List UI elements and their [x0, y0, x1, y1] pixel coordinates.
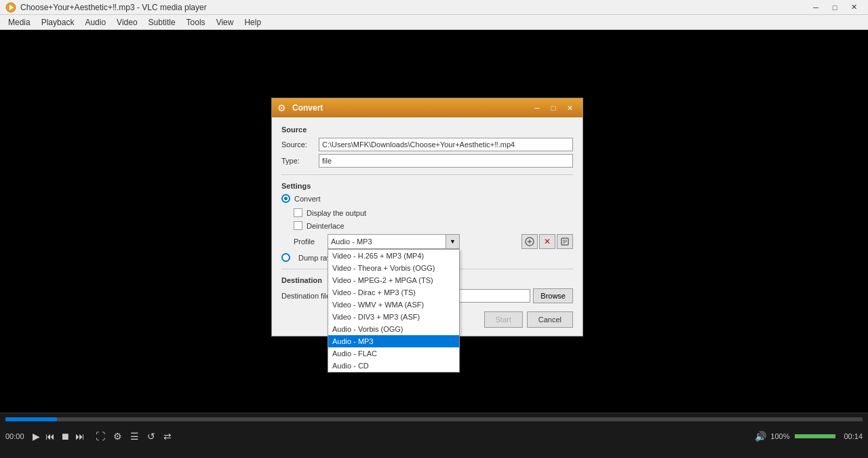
- dropdown-item-6[interactable]: Audio - Vorbis (OGG): [328, 323, 459, 335]
- controls-right: 🔊 100% 00:14: [755, 431, 863, 442]
- dropdown-item-3[interactable]: Video - Dirac + MP3 (TS): [328, 286, 459, 299]
- type-row: Type:: [281, 154, 573, 168]
- profile-label: Profile: [294, 237, 328, 246]
- dropdown-item-2[interactable]: Video - MPEG-2 + MPGA (TS): [328, 274, 459, 286]
- dialog-minimize-button[interactable]: ─: [530, 102, 545, 114]
- type-label: Type:: [281, 157, 319, 165]
- playback-bar: 00:00 ▶ ⏮ ⏹ ⏭ ⛶ ⚙ ☰ ↺ ⇄ 🔊 100% 00:14: [0, 413, 868, 458]
- convert-radio-row: Convert: [281, 194, 573, 203]
- dump-radio[interactable]: [281, 253, 290, 262]
- dialog-icon: ⚙: [277, 102, 288, 113]
- dialog-close-button[interactable]: ✕: [562, 102, 577, 114]
- next-button[interactable]: ⏭: [73, 430, 87, 443]
- prev-button[interactable]: ⏮: [43, 430, 58, 443]
- dialog-maximize-button[interactable]: □: [546, 102, 561, 114]
- menu-audio[interactable]: Audio: [79, 16, 111, 28]
- convert-dialog: ⚙ Convert ─ □ ✕ Source Source: Type:: [271, 98, 583, 337]
- close-button[interactable]: ✕: [845, 1, 863, 14]
- start-button[interactable]: Start: [484, 311, 523, 328]
- time-total: 00:14: [844, 432, 863, 440]
- profile-row: Profile Audio - MP3 ▼ Video - H.265 + MP…: [294, 234, 573, 249]
- menu-tools[interactable]: Tools: [181, 16, 211, 28]
- source-row: Source:: [281, 138, 573, 151]
- volume-fill: [795, 434, 835, 438]
- dropdown-item-7[interactable]: Audio - MP3: [328, 335, 459, 347]
- profile-selected-value: Audio - MP3: [331, 237, 372, 246]
- cancel-button[interactable]: Cancel: [527, 311, 573, 328]
- delete-profile-button[interactable]: ✕: [539, 234, 555, 249]
- dropdown-arrow-icon[interactable]: ▼: [446, 234, 460, 249]
- profile-dropdown-wrapper: Audio - MP3 ▼ Video - H.265 + MP3 (MP4) …: [328, 234, 519, 249]
- dropdown-item-8[interactable]: Audio - FLAC: [328, 347, 459, 360]
- convert-radio[interactable]: [281, 194, 290, 203]
- loop-button[interactable]: ↺: [144, 430, 158, 443]
- controls-row: 00:00 ▶ ⏮ ⏹ ⏭ ⛶ ⚙ ☰ ↺ ⇄ 🔊 100% 00:14: [0, 424, 868, 449]
- extra-controls: ⛶ ⚙ ☰ ↺ ⇄: [93, 430, 174, 443]
- window-title: Choose+Your+Aesthetic+‼.mp3 - VLC media …: [20, 3, 807, 12]
- deinterlace-label: Deinterlace: [307, 222, 344, 230]
- deinterlace-row: Deinterlace: [294, 221, 573, 230]
- main-area: ⚙ Convert ─ □ ✕ Source Source: Type:: [0, 30, 868, 427]
- dialog-title: Convert: [292, 103, 528, 113]
- app-icon: [5, 2, 16, 13]
- display-output-label: Display the output: [307, 209, 366, 217]
- source-label: Source:: [281, 140, 319, 149]
- dropdown-item-5[interactable]: Video - DIV3 + MP3 (ASF): [328, 311, 459, 323]
- create-profile-button[interactable]: [557, 234, 573, 249]
- dialog-titlebar: ⚙ Convert ─ □ ✕: [272, 98, 583, 117]
- menu-help[interactable]: Help: [239, 16, 267, 28]
- dropdown-item-4[interactable]: Video - WMV + WMA (ASF): [328, 299, 459, 311]
- time-elapsed: 00:00: [5, 432, 24, 440]
- seek-bar[interactable]: [5, 417, 863, 421]
- deinterlace-checkbox[interactable]: [294, 221, 302, 230]
- profile-actions: ✕: [521, 234, 573, 249]
- dialog-overlay: ⚙ Convert ─ □ ✕ Source Source: Type:: [0, 30, 868, 427]
- volume-icon: 🔊: [755, 431, 766, 442]
- minimize-button[interactable]: ─: [807, 1, 825, 14]
- profile-dropdown-list: Video - H.265 + MP3 (MP4) Video - Theora…: [328, 249, 460, 373]
- dropdown-item-0[interactable]: Video - H.265 + MP3 (MP4): [328, 250, 459, 262]
- seek-fill: [5, 417, 57, 421]
- play-button[interactable]: ▶: [30, 430, 43, 443]
- maximize-button[interactable]: □: [826, 1, 844, 14]
- dropdown-item-9[interactable]: Audio - CD: [328, 360, 459, 372]
- menu-playback[interactable]: Playback: [36, 16, 80, 28]
- edit-profile-button[interactable]: [521, 234, 538, 249]
- titlebar: Choose+Your+Aesthetic+‼.mp3 - VLC media …: [0, 0, 868, 15]
- source-input[interactable]: [319, 138, 573, 151]
- playlist-button[interactable]: ☰: [127, 430, 142, 443]
- menu-subtitle[interactable]: Subtitle: [143, 16, 181, 28]
- extended-settings-button[interactable]: ⚙: [111, 430, 125, 443]
- menu-media[interactable]: Media: [3, 16, 36, 28]
- window-controls: ─ □ ✕: [807, 1, 863, 14]
- browse-button[interactable]: Browse: [533, 288, 573, 303]
- menu-view[interactable]: View: [211, 16, 239, 28]
- random-button[interactable]: ⇄: [161, 430, 174, 443]
- volume-label: 100%: [770, 432, 789, 440]
- source-section-label: Source: [281, 126, 573, 134]
- dropdown-item-1[interactable]: Video - Theora + Vorbis (OGG): [328, 262, 459, 274]
- display-output-row: Display the output: [294, 208, 573, 217]
- type-input[interactable]: [319, 154, 573, 168]
- display-output-checkbox[interactable]: [294, 208, 302, 217]
- settings-section-label: Settings: [281, 182, 573, 190]
- menu-video[interactable]: Video: [111, 16, 142, 28]
- divider-1: [281, 174, 573, 175]
- menubar: Media Playback Audio Video Subtitle Tool…: [0, 15, 868, 30]
- stop-button[interactable]: ⏹: [58, 430, 73, 443]
- dialog-content: Source Source: Type: Settings Convert: [272, 117, 583, 336]
- profile-select[interactable]: Audio - MP3: [328, 234, 446, 249]
- convert-radio-label: Convert: [294, 195, 321, 203]
- volume-bar[interactable]: [795, 434, 835, 438]
- fullscreen-button[interactable]: ⛶: [93, 430, 108, 443]
